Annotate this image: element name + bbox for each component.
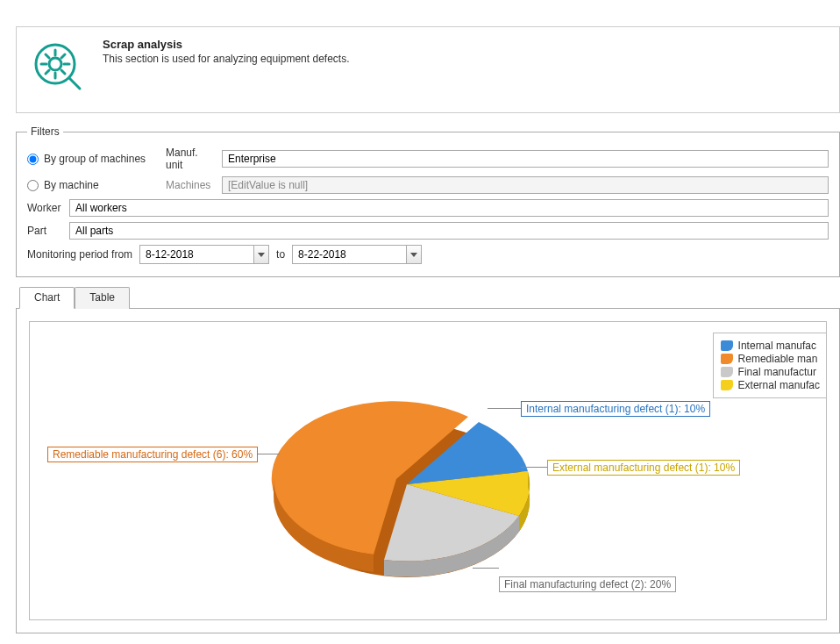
- legend-label: External manufac: [738, 379, 820, 391]
- part-label: Part: [27, 225, 62, 237]
- manuf-unit-input[interactable]: [222, 150, 829, 168]
- legend-label: Remediable man: [738, 353, 818, 365]
- radio-by-group-input[interactable]: [27, 154, 39, 165]
- radio-by-machine-label: By machine: [44, 179, 99, 191]
- filters-legend: Filters: [27, 125, 63, 138]
- radio-by-machine-input[interactable]: [27, 180, 39, 191]
- section-description: This section is used for analyzing equip…: [103, 53, 349, 65]
- date-from-input[interactable]: [139, 245, 253, 264]
- radio-by-group-label: By group of machines: [44, 153, 146, 165]
- date-to-dropdown[interactable]: [406, 245, 422, 264]
- filters-group: Filters By group of machines Manuf. unit…: [16, 125, 840, 277]
- manuf-unit-label: Manuf. unit: [166, 147, 215, 171]
- tab-chart[interactable]: Chart: [19, 287, 75, 309]
- worker-input[interactable]: [69, 199, 829, 217]
- pie-chart: Internal manufacturing defect (1): 10% E…: [82, 340, 749, 620]
- date-to[interactable]: [292, 245, 422, 264]
- pie-label-external: External manufacturing defect (1): 10%: [547, 460, 740, 476]
- section-title: Scrap analysis: [103, 38, 349, 51]
- machines-input: [222, 176, 829, 194]
- monitoring-from-label: Monitoring period from: [27, 248, 132, 261]
- date-from-dropdown[interactable]: [253, 245, 269, 264]
- pie-label-final: Final manufacturing defect (2): 20%: [499, 576, 676, 592]
- monitoring-to-label: to: [276, 248, 285, 261]
- date-from[interactable]: [139, 245, 269, 264]
- section-header: Scrap analysis This section is used for …: [16, 26, 840, 113]
- chevron-down-icon: [410, 253, 417, 257]
- date-to-input[interactable]: [292, 245, 406, 264]
- pie-label-internal: Internal manufacturing defect (1): 10%: [521, 401, 710, 417]
- tab-table[interactable]: Table: [75, 287, 130, 309]
- svg-point-1: [49, 58, 61, 70]
- part-input[interactable]: [69, 222, 829, 240]
- pie-label-remediable: Remediable manufacturing defect (6): 60%: [47, 447, 258, 462]
- legend-label: Final manufactur: [738, 366, 816, 378]
- gear-magnify-icon: [29, 38, 87, 98]
- radio-by-group[interactable]: By group of machines: [27, 153, 159, 165]
- chart-panel: Internal manufac Remediable man Final ma…: [16, 309, 840, 633]
- radio-by-machine[interactable]: By machine: [27, 179, 159, 191]
- worker-label: Worker: [27, 202, 62, 214]
- legend-label: Internal manufac: [738, 340, 816, 352]
- machines-label: Machines: [166, 179, 215, 191]
- chevron-down-icon: [258, 253, 265, 257]
- chart-plot: Internal manufac Remediable man Final ma…: [29, 321, 827, 620]
- tabs: Chart Table: [16, 286, 840, 309]
